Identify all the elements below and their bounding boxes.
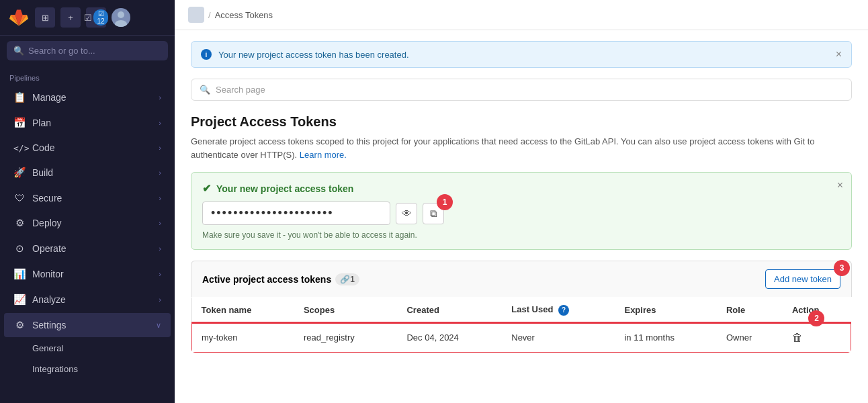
token-success-title: Your new project access token [216, 183, 353, 194]
build-icon: 🚀 [13, 167, 26, 179]
breadcrumb: / Access Tokens [175, 0, 868, 30]
copy-token-button[interactable]: ⧉ 1 [423, 203, 444, 224]
token-box-close-button[interactable]: × [837, 179, 843, 191]
col-token-name: Token name [191, 298, 294, 323]
avatar[interactable] [112, 8, 130, 27]
search-page-icon: 🔍 [200, 85, 210, 95]
sidebar-item-operate[interactable]: ⊙ Operate › [4, 236, 171, 261]
analyze-icon: 📈 [13, 294, 26, 306]
sidebar-item-code[interactable]: </> Code › [4, 136, 171, 159]
sidebar-item-label: Deploy [32, 218, 152, 228]
sidebar-item-analyze[interactable]: 📈 Analyze › [4, 287, 171, 312]
sidebar-sub-item-integrations[interactable]: Integrations [4, 359, 171, 379]
sidebar-sub-item-label: Integrations [32, 364, 78, 374]
sidebar-item-label: Monitor [32, 269, 152, 279]
sidebar-item-secure[interactable]: 🛡 Secure › [4, 186, 171, 210]
token-count-badge: 🔗 1 [335, 273, 359, 285]
sidebar-item-label: Build [32, 167, 152, 178]
sidebar-item-label: Settings [32, 320, 149, 330]
table-row: my-token read_registry Dec 04, 2024 Neve… [191, 323, 851, 353]
operate-icon: ⊙ [13, 242, 26, 255]
token-created-cell: Dec 04, 2024 [397, 323, 502, 353]
todo-badge: ☑ 12 [93, 9, 107, 26]
chevron-right-icon: › [159, 219, 161, 227]
token-success-header: ✔ Your new project access token [202, 182, 840, 195]
search-page-placeholder: Search page [216, 85, 265, 95]
code-icon: </> [13, 143, 26, 153]
sidebar-item-build[interactable]: 🚀 Build › [4, 161, 171, 185]
todo-button[interactable]: ☑ ☑ 12 [86, 7, 106, 28]
page-description: Generate project access tokens scoped to… [191, 135, 852, 161]
chevron-right-icon: › [159, 144, 161, 152]
sidebar-item-label: Secure [32, 193, 152, 204]
token-expires-cell: in 11 months [615, 323, 716, 353]
info-banner-close-button[interactable]: × [836, 48, 842, 60]
chevron-right-icon: › [159, 296, 161, 304]
token-count-icon: 🔗 [340, 275, 350, 284]
token-action-cell: 🗑 2 [783, 323, 851, 353]
svg-point-0 [118, 11, 124, 18]
page-title: Project Access Tokens [191, 114, 852, 130]
eye-icon: 👁 [402, 208, 412, 219]
token-last-used-cell: Never [502, 323, 615, 353]
settings-icon: ⚙ [13, 319, 26, 331]
chevron-right-icon: › [159, 244, 161, 253]
panel-toggle-button[interactable]: ⊞ [35, 7, 55, 28]
plan-icon: 📅 [13, 117, 26, 129]
delete-token-button[interactable]: 🗑 [792, 332, 803, 344]
breadcrumb-avatar [188, 7, 204, 23]
col-role: Role [717, 298, 783, 323]
active-tokens-title: Active project access tokens 🔗 1 [202, 273, 359, 285]
token-role-cell: Owner [717, 323, 783, 353]
sidebar-header: ⊞ + ☑ ☑ 12 [0, 0, 175, 36]
chevron-right-icon: › [159, 194, 161, 202]
col-expires: Expires [615, 298, 716, 323]
add-new-token-button[interactable]: Add new token [765, 269, 840, 289]
annotation-2: 2 [808, 310, 824, 326]
sidebar-item-monitor[interactable]: 📊 Monitor › [4, 262, 171, 286]
sidebar-search-label: Search or go to... [28, 46, 95, 56]
chevron-right-icon: › [159, 169, 161, 177]
sidebar-item-label: Manage [32, 92, 152, 103]
search-page-bar[interactable]: 🔍 Search page [191, 79, 852, 101]
sidebar-item-plan[interactable]: 📅 Plan › [4, 111, 171, 135]
monitor-icon: 📊 [13, 268, 26, 280]
sidebar-item-label: Analyze [32, 294, 152, 305]
info-banner: i Your new project access token has been… [191, 41, 852, 68]
token-value: •••••••••••••••••••••• [202, 202, 390, 225]
chevron-right-icon: › [159, 93, 161, 101]
chevron-down-icon: ∨ [156, 321, 161, 330]
token-success-box: ✔ Your new project access token ••••••••… [191, 172, 852, 250]
gitlab-logo-icon [8, 7, 30, 28]
deploy-icon: ⚙ [13, 217, 26, 229]
info-banner-message: Your new project access token has been c… [218, 50, 409, 60]
breadcrumb-separator: / [208, 10, 211, 20]
chevron-right-icon: › [159, 119, 161, 127]
svg-point-1 [115, 20, 127, 27]
check-icon: ✔ [202, 182, 211, 195]
sidebar: ⊞ + ☑ ☑ 12 🔍 Search or go to... Pipeline… [0, 0, 175, 403]
active-tokens-header: Active project access tokens 🔗 1 Add new… [191, 261, 852, 297]
col-last-used: Last Used ? [502, 298, 615, 323]
create-new-button[interactable]: + [60, 7, 81, 28]
active-tokens-label: Active project access tokens [202, 274, 331, 285]
search-icon: 🔍 [13, 46, 24, 56]
sidebar-sub-item-general[interactable]: General [4, 339, 171, 358]
sidebar-item-deploy[interactable]: ⚙ Deploy › [4, 211, 171, 235]
annotation-3: 3 [834, 260, 850, 276]
sidebar-item-settings[interactable]: ⚙ Settings ∨ [4, 313, 171, 337]
sidebar-search[interactable]: 🔍 Search or go to... [7, 41, 168, 60]
learn-more-link[interactable]: Learn more. [300, 150, 347, 160]
sidebar-item-label: Plan [32, 118, 152, 128]
token-name-cell: my-token [191, 323, 294, 353]
col-created: Created [397, 298, 502, 323]
sidebar-item-manage[interactable]: 📋 Manage › [4, 85, 171, 109]
copy-icon: ⧉ [430, 208, 437, 220]
col-scopes: Scopes [294, 298, 398, 323]
breadcrumb-page-title: Access Tokens [215, 10, 273, 20]
info-icon: i [201, 49, 212, 60]
toggle-visibility-button[interactable]: 👁 [396, 203, 417, 224]
svg-rect-2 [188, 7, 204, 23]
manage-icon: 📋 [13, 91, 26, 103]
sidebar-sub-item-label: General [32, 343, 63, 353]
